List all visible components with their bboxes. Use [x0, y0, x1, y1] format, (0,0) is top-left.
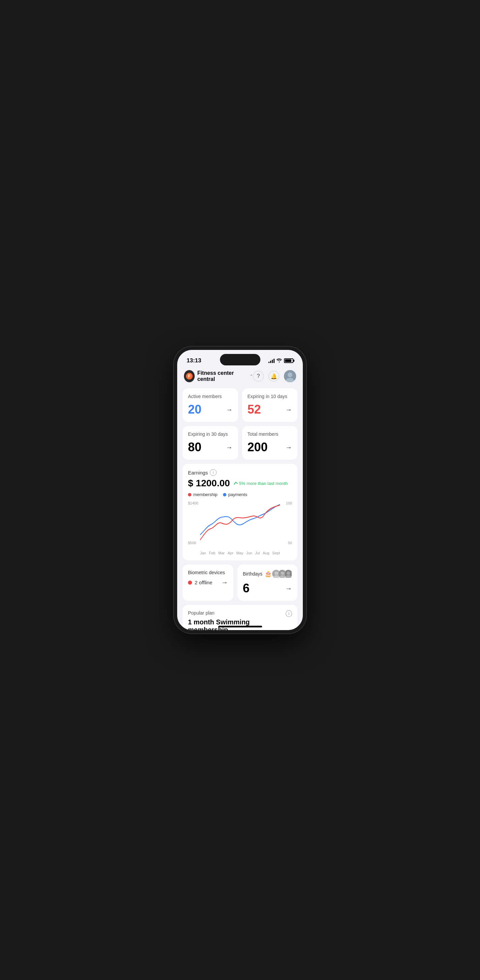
y-label-right-bottom: 50: [286, 541, 292, 545]
birthday-label: Birthdays: [243, 571, 262, 577]
chevron-icon: ⌃: [250, 374, 253, 379]
chart-y-labels-left: $1400 $500: [188, 501, 198, 545]
svg-point-9: [281, 571, 284, 575]
battery-icon: [284, 358, 293, 363]
main-content: Active members 20 → Expiring in 10 days …: [177, 386, 303, 630]
x-may: May: [236, 551, 243, 555]
bell-icon: 🔔: [271, 373, 277, 380]
earnings-change-text: 5% more than last month: [239, 481, 288, 486]
notch: [220, 354, 260, 365]
notification-button[interactable]: 🔔: [268, 371, 279, 382]
expiring-30-card[interactable]: Expiring in 30 days 80 →: [183, 426, 238, 460]
expiring-30-row: 80 →: [188, 440, 233, 454]
earnings-info-icon[interactable]: i: [210, 469, 217, 476]
legend-membership: membership: [188, 492, 218, 497]
active-members-row: 20 →: [188, 402, 233, 417]
offline-label: offline: [199, 579, 212, 585]
active-members-value: 20: [188, 402, 201, 417]
home-indicator: [218, 626, 262, 627]
expiring-10-row: 52 →: [247, 402, 292, 417]
svg-text:F: F: [188, 374, 190, 379]
total-members-row: 200 →: [247, 440, 292, 454]
offline-dot: [188, 581, 192, 585]
earnings-change: 5% more than last month: [233, 481, 288, 486]
earnings-header: Earnings i: [188, 469, 292, 476]
svg-point-6: [274, 571, 278, 575]
birthday-count: 6: [243, 581, 250, 595]
stats-grid: Active members 20 → Expiring in 10 days …: [183, 388, 297, 460]
x-apr: Apr: [228, 551, 233, 555]
biometric-card[interactable]: Biometric devices 2 offline →: [183, 565, 233, 601]
total-members-arrow: →: [285, 444, 292, 451]
birthday-header: Birthdays 🎂: [243, 570, 292, 578]
total-members-value: 200: [247, 440, 268, 454]
brand-name: Fitness center central: [198, 370, 246, 382]
expiring-10-label: Expiring in 10 days: [247, 394, 292, 399]
biometric-arrow: →: [221, 579, 228, 586]
biometric-status-row: 2 offline →: [188, 579, 228, 586]
x-jan: Jan: [200, 551, 206, 555]
x-mar: Mar: [218, 551, 225, 555]
legend-payments-label: payments: [228, 492, 247, 497]
birthday-avatars: [272, 570, 292, 578]
expiring-30-label: Expiring in 30 days: [188, 431, 233, 437]
birthday-arrow: →: [285, 585, 292, 592]
chart-y-labels-right: 100 50: [286, 501, 292, 545]
active-members-label: Active members: [188, 394, 233, 399]
expiring-30-value: 80: [188, 440, 201, 454]
popular-plan-info-icon[interactable]: i: [285, 610, 292, 617]
legend-payments: payments: [223, 492, 247, 497]
expiring-10-card[interactable]: Expiring in 10 days 52 →: [242, 388, 298, 422]
wifi-icon: [277, 358, 282, 363]
avatar[interactable]: [284, 370, 296, 382]
chart-svg-wrapper: [200, 501, 280, 545]
y-label-top: $1400: [188, 501, 198, 505]
biometric-label: Biometric devices: [188, 570, 228, 575]
offline-count: 2: [195, 579, 198, 585]
mini-avatar-3: [284, 570, 292, 578]
x-jul: Jul: [255, 551, 260, 555]
expiring-10-arrow: →: [285, 406, 292, 414]
help-button[interactable]: ?: [253, 371, 264, 382]
signal-icon: [268, 358, 274, 363]
y-label-bottom: $500: [188, 541, 198, 545]
x-sept: Sept: [272, 551, 280, 555]
status-time: 13:13: [187, 357, 201, 364]
x-feb: Feb: [209, 551, 215, 555]
total-members-label: Total members: [247, 431, 292, 437]
phone-frame: 13:13: [174, 347, 306, 633]
bottom-grid: Biometric devices 2 offline →: [183, 565, 297, 601]
legend-dot-red: [188, 493, 191, 496]
popular-plan-name: 1 month Swimming membership: [188, 618, 285, 630]
cake-icon: 🎂: [265, 570, 272, 578]
offline-text: 2 offline: [195, 579, 212, 585]
chart-x-labels: Jan Feb Mar Apr May Jun Jul Aug Sept: [200, 551, 280, 555]
active-members-card[interactable]: Active members 20 →: [183, 388, 238, 422]
earnings-card[interactable]: Earnings i $ 1200.00 5% more than last m…: [183, 464, 297, 560]
expiring-10-value: 52: [247, 402, 261, 417]
status-icons: [268, 358, 293, 363]
x-jun: Jun: [246, 551, 252, 555]
svg-point-12: [287, 571, 290, 575]
birthday-card[interactable]: Birthdays 🎂: [238, 565, 297, 601]
expiring-30-arrow: →: [226, 444, 233, 451]
phone-screen: 13:13: [177, 350, 303, 630]
header: F Fitness center central ⌃ ? 🔔: [177, 367, 303, 386]
birthday-value-row: 6 →: [243, 581, 292, 595]
svg-point-3: [288, 372, 292, 377]
brand-logo: F: [184, 370, 195, 382]
birthday-title-row: Birthdays 🎂: [243, 570, 272, 578]
legend-membership-label: membership: [193, 492, 218, 497]
legend-dot-blue: [223, 493, 226, 496]
chart-legend: membership payments: [188, 492, 292, 497]
x-aug: Aug: [263, 551, 270, 555]
total-members-card[interactable]: Total members 200 →: [242, 426, 298, 460]
header-actions: ? 🔔: [253, 370, 296, 382]
question-icon: ?: [257, 373, 260, 379]
earnings-amount: $ 1200.00: [188, 478, 230, 488]
brand[interactable]: F Fitness center central ⌃: [184, 370, 253, 382]
earnings-chart: $1400 $500 100 50: [188, 501, 292, 555]
active-members-arrow: →: [226, 406, 233, 414]
earnings-amount-row: $ 1200.00 5% more than last month: [188, 478, 292, 488]
earnings-label: Earnings: [188, 470, 208, 476]
